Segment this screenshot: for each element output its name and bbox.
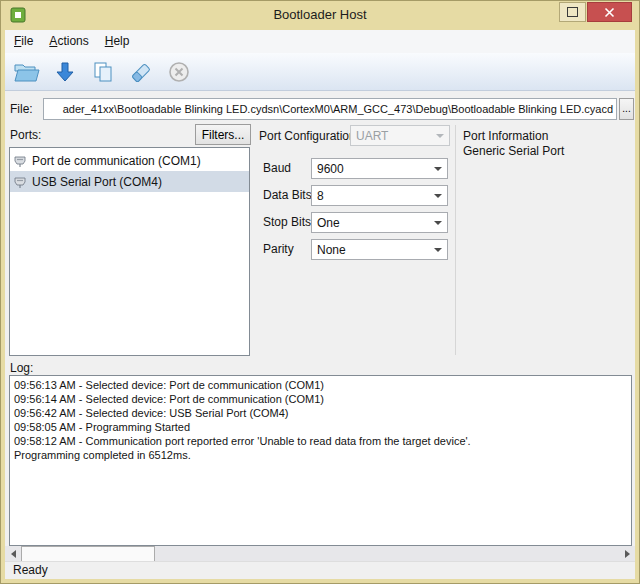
abort-icon bbox=[167, 60, 191, 84]
titlebar[interactable]: Bootloader Host bbox=[1, 1, 639, 30]
scroll-left-icon bbox=[11, 550, 16, 558]
dropdown-arrow-icon bbox=[434, 194, 442, 198]
section-divider bbox=[455, 125, 456, 355]
maximize-icon bbox=[567, 7, 578, 17]
open-file-icon bbox=[14, 61, 40, 83]
open-file-button[interactable] bbox=[12, 57, 42, 87]
file-path-input[interactable]: ader_41xx\Bootloadable Blinking LED.cyds… bbox=[43, 98, 617, 120]
menu-help[interactable]: Help bbox=[97, 30, 138, 53]
program-button[interactable] bbox=[50, 57, 80, 87]
menu-actions[interactable]: Actions bbox=[41, 30, 96, 53]
log-output[interactable]: 09:56:13 AM - Selected device: Port de c… bbox=[9, 375, 632, 546]
scroll-left-button[interactable] bbox=[5, 546, 21, 562]
port-item-com1[interactable]: Port de communication (COM1) bbox=[10, 150, 249, 171]
protocol-value: UART bbox=[356, 129, 388, 143]
serial-port-icon bbox=[13, 175, 27, 189]
verify-icon bbox=[92, 61, 114, 83]
verify-button[interactable] bbox=[88, 57, 118, 87]
scrollbar-thumb[interactable] bbox=[21, 546, 155, 562]
bootloader-host-window: Bootloader Host File Actions Help bbox=[0, 0, 640, 584]
ports-label: Ports: bbox=[10, 128, 41, 142]
file-label: File: bbox=[10, 98, 33, 120]
stop-bits-label: Stop Bits bbox=[263, 212, 311, 233]
stop-bits-select[interactable]: One bbox=[311, 212, 448, 233]
erase-button[interactable] bbox=[126, 57, 156, 87]
dropdown-arrow-icon bbox=[436, 134, 444, 138]
log-line: 09:56:13 AM - Selected device: Port de c… bbox=[14, 378, 627, 392]
scroll-right-icon bbox=[625, 550, 630, 558]
log-horizontal-scrollbar[interactable] bbox=[5, 546, 635, 562]
menu-file[interactable]: File bbox=[6, 30, 41, 53]
log-line: 09:56:42 AM - Selected device: USB Seria… bbox=[14, 406, 627, 420]
dropdown-arrow-icon bbox=[434, 221, 442, 225]
baud-label: Baud bbox=[263, 158, 291, 179]
erase-icon bbox=[129, 60, 153, 84]
close-icon bbox=[604, 7, 615, 18]
dropdown-arrow-icon bbox=[434, 248, 442, 252]
menu-file-label: File bbox=[14, 34, 33, 48]
data-bits-label: Data Bits bbox=[263, 185, 312, 206]
port-information-value: Generic Serial Port bbox=[463, 144, 564, 158]
port-information-title: Port Information bbox=[463, 129, 548, 143]
parity-select[interactable]: None bbox=[311, 239, 448, 260]
scroll-right-button[interactable] bbox=[619, 546, 635, 562]
baud-select[interactable]: 9600 bbox=[311, 158, 448, 179]
close-button[interactable] bbox=[587, 2, 632, 22]
menubar: File Actions Help bbox=[5, 30, 635, 53]
parity-label: Parity bbox=[263, 239, 294, 260]
baud-value: 9600 bbox=[317, 162, 344, 176]
port-item-com4[interactable]: USB Serial Port (COM4) bbox=[10, 171, 249, 192]
parity-value: None bbox=[317, 243, 346, 257]
statusbar: Ready bbox=[5, 561, 635, 579]
port-item-label: Port de communication (COM1) bbox=[32, 154, 201, 168]
log-line: 09:56:14 AM - Selected device: Port de c… bbox=[14, 392, 627, 406]
caption-buttons bbox=[559, 2, 632, 22]
port-configuration-title: Port Configuration bbox=[259, 129, 356, 143]
maximize-button[interactable] bbox=[559, 2, 586, 22]
program-icon bbox=[54, 61, 76, 83]
log-line: 09:58:12 AM - Communication port reporte… bbox=[14, 434, 627, 448]
data-bits-select[interactable]: 8 bbox=[311, 185, 448, 206]
menu-help-label: Help bbox=[105, 34, 130, 48]
menu-actions-label: Actions bbox=[49, 34, 88, 48]
file-path-text: ader_41xx\Bootloadable Blinking LED.cyds… bbox=[63, 103, 613, 115]
toolbar bbox=[5, 53, 635, 91]
status-text: Ready bbox=[13, 562, 48, 579]
log-line: 09:58:05 AM - Programming Started bbox=[14, 420, 627, 434]
data-bits-value: 8 bbox=[317, 189, 324, 203]
log-label: Log: bbox=[10, 361, 33, 375]
browse-button[interactable]: ... bbox=[619, 98, 634, 120]
dropdown-arrow-icon bbox=[434, 167, 442, 171]
protocol-select: UART bbox=[350, 125, 450, 146]
filters-button[interactable]: Filters... bbox=[195, 124, 251, 145]
window-title: Bootloader Host bbox=[1, 1, 639, 29]
ports-list: Port de communication (COM1) USB Serial … bbox=[9, 147, 250, 356]
log-line: Programming completed in 6512ms. bbox=[14, 448, 627, 462]
serial-port-icon bbox=[13, 154, 27, 168]
client-area: File Actions Help bbox=[5, 30, 635, 579]
abort-button bbox=[164, 57, 194, 87]
port-item-label: USB Serial Port (COM4) bbox=[32, 175, 162, 189]
stop-bits-value: One bbox=[317, 216, 340, 230]
